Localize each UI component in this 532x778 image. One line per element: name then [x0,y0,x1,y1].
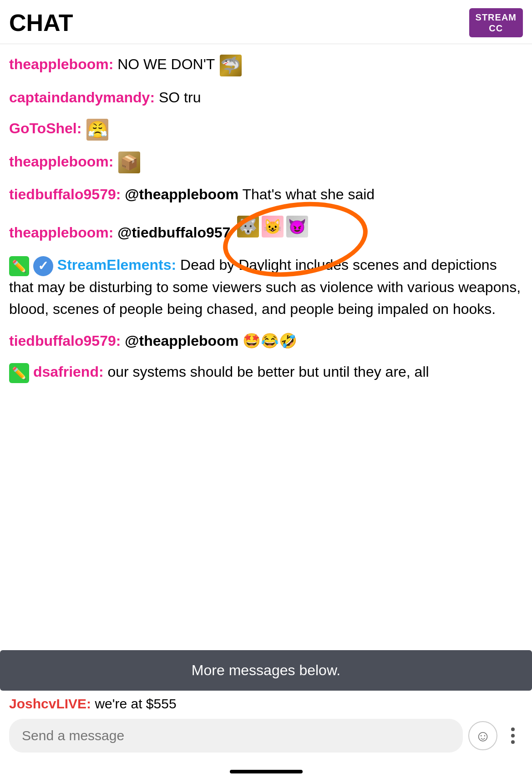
last-message: JoshcvLIVE: we're at $555 [9,691,523,719]
emote-wolf-icon [237,216,259,237]
message-3: GoToShel: [9,113,523,146]
username-dsafriend: dsafriend: [33,364,104,380]
message-8: tiedbuffalo9579: @theappleboom 🤩😂🤣 [9,325,523,357]
emote-masked-icon [286,216,308,237]
dot-3 [511,740,515,744]
chat-header: CHAT STREAM CC [0,0,532,44]
username-captaindandymandy: captaindandymandy: [9,89,155,106]
username-stream-elements: StreamElements: [57,257,176,273]
page-title: CHAT [9,9,73,36]
stream-cc-badge: STREAM CC [469,8,523,37]
nav-bar [0,762,532,778]
message-5: tiedbuffalo9579: @theappleboom That's wh… [9,179,523,210]
message-6: theappleboom: @tiedbuffalo957 [9,210,523,248]
username-tiedbuffalo9579-1: tiedbuffalo9579: [9,186,121,202]
message-1: theappleboom: NO WE DON'T [9,49,523,82]
username-theappleboom-3: theappleboom: [9,224,113,241]
green-edit-badge-dsafriend [9,363,29,383]
dot-2 [511,734,515,738]
message-input-row: ☺ [9,719,523,753]
circled-emotes-area [236,216,309,237]
message-text-2: SO tru [159,89,201,106]
emote-man-icon [86,119,108,141]
more-options-button[interactable] [503,726,523,746]
bottom-bar: JoshcvLIVE: we're at $555 ☺ [0,691,532,762]
username-tiedbuffalo9579-2: tiedbuffalo9579: [9,333,121,349]
green-edit-icon [9,256,29,276]
more-messages-bar[interactable]: More messages below. [0,650,532,691]
emote-anime-girl-icon [262,216,284,237]
message-text-8: @theappleboom 🤩😂🤣 [125,333,297,349]
username-theappleboom-1: theappleboom: [9,56,113,72]
emoji-picker-button[interactable]: ☺ [468,721,497,750]
message-text-1: NO WE DON'T [117,56,218,72]
chat-messages-area: theappleboom: NO WE DON'T captaindandyma… [0,44,532,650]
nav-home-indicator [230,770,303,773]
emote-wrapped-icon [118,152,140,173]
username-theappleboom-2: theappleboom: [9,153,113,170]
username-gotoshel: GoToShel: [9,120,81,136]
last-message-text: we're at $555 [95,696,176,711]
emote-shark-icon [220,55,242,76]
message-input[interactable] [9,719,463,753]
message-4: theappleboom: [9,146,523,179]
emotes-group [236,216,309,237]
dot-1 [511,727,515,731]
message-text-5: @theappleboom That's what she said [125,186,375,202]
message-text-9: our systems should be better but until t… [107,364,429,380]
more-messages-text: More messages below. [192,662,340,678]
message-9: dsafriend: our systems should be better … [9,356,523,389]
message-2: captaindandymandy: SO tru [9,82,523,113]
message-text-6: @tiedbuffalo957 [117,224,230,241]
message-stream-elements: StreamElements: Dead by Daylight include… [9,248,523,325]
blue-verified-icon [33,256,53,276]
username-joshcvlive: JoshcvLIVE: [9,696,91,711]
